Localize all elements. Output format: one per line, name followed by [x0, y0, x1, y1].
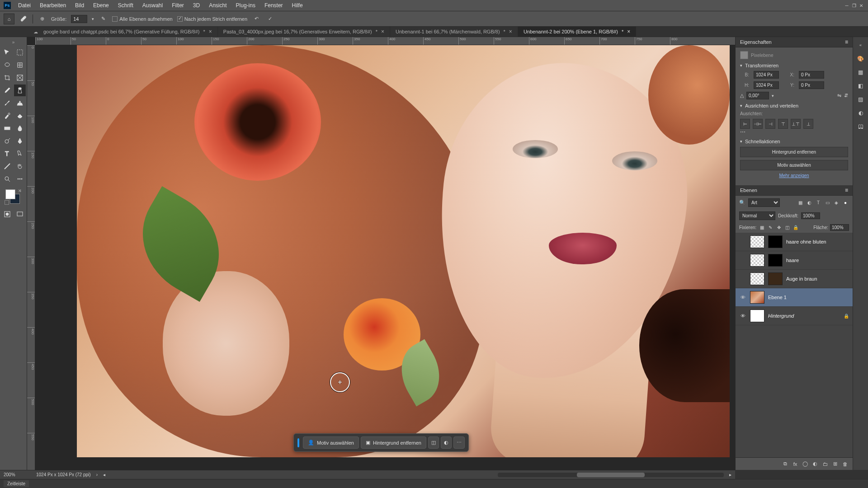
scroll-right-icon[interactable]: ▸: [729, 472, 731, 477]
layer-name[interactable]: Auge in braun: [786, 276, 817, 282]
timeline-tab[interactable]: Zeitleiste: [4, 480, 29, 487]
libraries-panel-icon[interactable]: 🕮: [855, 121, 866, 132]
object-select-tool[interactable]: [14, 59, 26, 71]
path-select-tool[interactable]: [14, 148, 26, 160]
menu-select[interactable]: Auswahl: [139, 0, 166, 10]
layer-group-icon[interactable]: 🗀: [821, 460, 829, 468]
eyedropper-tool[interactable]: [1, 84, 13, 96]
adjustments-panel-icon[interactable]: ◐: [855, 108, 866, 118]
commit-icon[interactable]: ✓: [265, 14, 274, 23]
drag-handle-icon[interactable]: [297, 438, 299, 447]
tab-document-1[interactable]: Pasta_03_4000px.jpeg bei 16,7% (Generati…: [218, 27, 390, 37]
align-bottom-icon[interactable]: ⊥: [803, 119, 813, 129]
hand-tool[interactable]: [14, 160, 26, 172]
layer-fx-icon[interactable]: fx: [791, 460, 799, 468]
menu-plugins[interactable]: Plug-ins: [232, 0, 259, 10]
rectangle-tool[interactable]: [1, 160, 13, 172]
new-layer-icon[interactable]: ⊞: [831, 460, 839, 468]
menu-window[interactable]: Fenster: [261, 0, 287, 10]
clone-stamp-tool[interactable]: [14, 97, 26, 109]
angle-input[interactable]: [746, 92, 769, 99]
align-top-icon[interactable]: ⊤: [778, 119, 788, 129]
history-brush-tool[interactable]: [1, 110, 13, 122]
menu-help[interactable]: Hilfe: [288, 0, 307, 10]
window-close-icon[interactable]: ✕: [858, 2, 864, 9]
opacity-input[interactable]: [801, 212, 820, 219]
crop-tool[interactable]: [1, 72, 13, 84]
visibility-toggle[interactable]: [739, 238, 746, 245]
sample-all-checkbox[interactable]: Alle Ebenen aufnehmen: [112, 16, 172, 22]
visibility-toggle[interactable]: 👁: [739, 312, 746, 319]
scroll-left-icon[interactable]: ◂: [103, 472, 105, 477]
quickmask-icon[interactable]: [1, 208, 13, 220]
close-tab-icon[interactable]: ×: [627, 28, 630, 35]
edit-toolbar-icon[interactable]: [14, 173, 26, 185]
x-input[interactable]: [799, 71, 824, 79]
close-tab-icon[interactable]: ×: [509, 28, 512, 35]
layer-thumbnail[interactable]: [750, 272, 764, 285]
lock-position-icon[interactable]: ✥: [775, 224, 783, 231]
panel-menu-icon[interactable]: ≡: [845, 187, 848, 193]
close-tab-icon[interactable]: ×: [209, 28, 212, 35]
menu-edit[interactable]: Bearbeiten: [36, 0, 70, 10]
layer-thumbnail[interactable]: [750, 235, 764, 248]
screenmode-icon[interactable]: [14, 208, 26, 220]
dodge-tool[interactable]: [1, 135, 13, 147]
filter-pixel-icon[interactable]: ▦: [797, 199, 804, 206]
menu-image[interactable]: Bild: [71, 0, 88, 10]
angle-dropdown-icon[interactable]: ▾: [772, 94, 774, 98]
transform-section-header[interactable]: ▾Transformieren: [740, 63, 848, 68]
visibility-toggle[interactable]: [739, 257, 746, 264]
move-tool[interactable]: [1, 47, 13, 58]
pen-tool[interactable]: [14, 135, 26, 147]
artboard-tool[interactable]: [14, 47, 26, 58]
layer-mask-thumbnail[interactable]: [768, 254, 783, 267]
layer-thumbnail[interactable]: [750, 310, 764, 322]
horizontal-scrollbar[interactable]: [498, 473, 724, 477]
layer-row[interactable]: 👁 Ebene 1: [736, 288, 853, 307]
layer-name[interactable]: haare: [786, 258, 799, 263]
tab-document-0[interactable]: ☁ google bard und chatgpt.psdc bei 66,7%…: [28, 27, 218, 37]
layer-name[interactable]: haare ohne bluten: [786, 239, 826, 244]
foreground-color[interactable]: [5, 189, 15, 199]
align-more-icon[interactable]: ⋯: [740, 129, 848, 135]
healing-brush-tool[interactable]: [14, 84, 26, 96]
ruler-vertical[interactable]: 050100150200250300350400450500550: [27, 45, 35, 470]
blend-mode-select[interactable]: Normal: [739, 211, 775, 220]
link-layers-icon[interactable]: ⧉: [781, 460, 789, 468]
layer-thumbnail[interactable]: [750, 291, 764, 304]
patterns-panel-icon[interactable]: ▨: [855, 94, 866, 105]
align-right-icon[interactable]: ⊣: [765, 119, 775, 129]
width-input[interactable]: [754, 71, 779, 79]
align-section-header[interactable]: ▾Ausrichten und verteilen: [740, 103, 848, 108]
zoom-tool[interactable]: [1, 173, 13, 185]
size-dropdown-icon[interactable]: ▾: [92, 17, 94, 21]
qa-remove-bg-button[interactable]: Hintergrund entfernen: [740, 147, 848, 157]
color-panel-icon[interactable]: 🎨: [855, 53, 866, 64]
menu-3d[interactable]: 3D: [189, 0, 203, 10]
menu-type[interactable]: Schrift: [114, 0, 137, 10]
align-left-icon[interactable]: ⊢: [740, 119, 750, 129]
size-input[interactable]: [71, 15, 87, 23]
align-hcenter-icon[interactable]: ⊣⊢: [753, 119, 763, 129]
adjustment-icon[interactable]: ◐: [441, 436, 452, 449]
lock-artboard-icon[interactable]: ◫: [784, 224, 791, 231]
menu-file[interactable]: Datei: [14, 0, 34, 10]
window-restore-icon[interactable]: ❐: [851, 2, 857, 9]
lock-transparency-icon[interactable]: ▦: [758, 224, 765, 231]
adjustment-layer-icon[interactable]: ◐: [811, 460, 819, 468]
filter-type-icon[interactable]: T: [815, 199, 822, 206]
search-icon[interactable]: 🔍: [739, 200, 745, 206]
properties-panel-title[interactable]: Eigenschaften ≡: [736, 37, 853, 47]
lock-pixels-icon[interactable]: ✎: [767, 224, 774, 231]
zoom-level[interactable]: 200%: [4, 472, 31, 477]
gradient-tool[interactable]: [1, 122, 13, 134]
collapse-toolbox-icon[interactable]: »: [12, 40, 15, 45]
visibility-toggle[interactable]: [739, 275, 746, 282]
brush-settings-icon[interactable]: ✎: [99, 14, 108, 23]
brush-tool[interactable]: [1, 97, 13, 109]
layer-row[interactable]: Auge in braun: [736, 270, 853, 288]
layers-panel-title[interactable]: Ebenen ≡: [736, 185, 853, 196]
document-info[interactable]: 1024 Px x 1024 Px (72 ppi): [36, 472, 91, 477]
menu-filter[interactable]: Filter: [168, 0, 188, 10]
